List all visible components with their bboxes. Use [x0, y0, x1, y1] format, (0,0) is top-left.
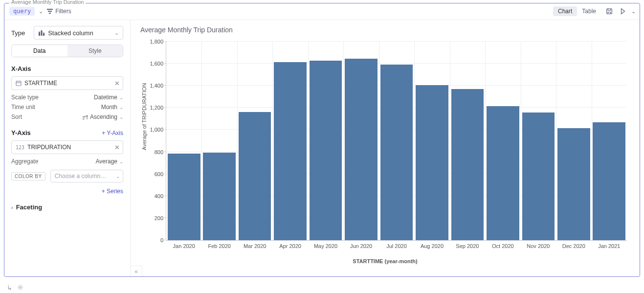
x-tick-label: Jun 2020	[350, 243, 372, 249]
filters-button[interactable]: Filters	[47, 8, 71, 15]
tab-style[interactable]: Style	[67, 45, 123, 57]
y-tick-label: 1,800	[150, 39, 163, 45]
query-source-dropdown-icon[interactable]: ⌄	[39, 8, 43, 15]
add-cell-below-icon[interactable]: ↳	[7, 284, 12, 292]
bar[interactable]	[203, 153, 236, 240]
query-source-chip[interactable]: query	[9, 7, 35, 16]
chevron-down-icon: ⌄	[119, 114, 123, 120]
bar[interactable]	[345, 59, 378, 240]
faceting-label: Faceting	[16, 203, 42, 211]
chevron-down-icon: ⌄	[116, 174, 120, 179]
x-tick-label: Dec 2020	[562, 243, 585, 249]
bar[interactable]	[416, 85, 448, 240]
run-menu-chevron-icon[interactable]: ⌄	[631, 8, 636, 15]
type-label: Type	[11, 29, 25, 37]
y-tick-label: 800	[155, 149, 163, 155]
x-tick-label: Feb 2020	[208, 243, 230, 249]
chevron-down-icon: ⌄	[119, 105, 123, 110]
x-tick-label: Jan 2020	[173, 243, 195, 249]
svg-rect-7	[16, 81, 21, 86]
chart-type-value: Stacked column	[48, 29, 93, 37]
scale-type-select[interactable]: Datetime ⌄	[94, 94, 123, 101]
yaxis-field-value: TRIPDURATION	[27, 144, 71, 151]
cell-footer: ↳	[7, 284, 23, 292]
bar[interactable]	[274, 62, 307, 240]
sort-select[interactable]: Ascending ⌄	[82, 113, 123, 120]
chevron-right-icon: ›	[11, 204, 13, 210]
filter-icon	[47, 9, 53, 14]
tab-data[interactable]: Data	[12, 45, 67, 57]
y-axis-label: Average of TRIPDURATION	[141, 83, 147, 150]
svg-rect-3	[43, 33, 44, 36]
view-chart-button[interactable]: Chart	[553, 6, 577, 16]
y-tick-label: 400	[155, 193, 163, 199]
x-tick-label: Mar 2020	[244, 243, 266, 249]
yaxis-field-pill[interactable]: 123 TRIPDURATION ✕	[11, 140, 123, 154]
bar[interactable]	[451, 89, 484, 240]
svg-point-8	[20, 287, 22, 289]
xaxis-field-value: STARTTIME	[24, 80, 57, 87]
bar[interactable]	[239, 112, 271, 240]
chart-plot: 02004006008001,0001,2001,4001,6001,800Ja…	[166, 42, 627, 241]
bar[interactable]	[380, 65, 413, 240]
run-button[interactable]	[618, 6, 628, 17]
chart-area: Average Monthly Trip Duration Average of…	[131, 20, 640, 276]
stacked-column-icon	[38, 30, 45, 36]
aggregate-label: Aggregate	[11, 158, 38, 165]
remove-xaxis-field-icon[interactable]: ✕	[114, 80, 120, 87]
faceting-section-toggle[interactable]: › Faceting	[11, 203, 123, 211]
chevron-down-icon: ⌄	[119, 159, 123, 164]
add-series-button[interactable]: + Series	[102, 188, 123, 195]
remove-yaxis-field-icon[interactable]: ✕	[114, 144, 120, 151]
x-tick-label: Sep 2020	[456, 243, 479, 249]
config-panel: Type Stacked column ⌄	[4, 20, 131, 276]
calendar-icon	[16, 80, 22, 86]
sort-label: Sort	[11, 113, 22, 120]
yaxis-section-title: Y-Axis + Y-Axis	[11, 129, 123, 136]
scale-type-label: Scale type	[11, 94, 39, 101]
x-tick-label: Apr 2020	[279, 243, 301, 249]
chevron-down-icon: ⌄	[114, 30, 119, 36]
color-by-select[interactable]: Choose a column… ⌄	[50, 170, 123, 182]
x-tick-label: Nov 2020	[527, 243, 550, 249]
svg-rect-5	[41, 30, 43, 31]
view-table-button[interactable]: Table	[577, 6, 601, 16]
bar[interactable]	[557, 128, 590, 240]
cell-settings-icon[interactable]	[17, 284, 23, 292]
save-icon[interactable]	[604, 6, 615, 17]
chevron-down-icon: ⌄	[119, 95, 123, 100]
xaxis-field-pill[interactable]: STARTTIME ✕	[11, 76, 123, 90]
sort-ascending-icon	[82, 114, 88, 119]
time-unit-label: Time unit	[11, 104, 35, 111]
bar[interactable]	[522, 113, 555, 240]
x-tick-label: Jul 2020	[386, 243, 407, 249]
bar[interactable]	[593, 122, 625, 240]
bar[interactable]	[168, 154, 200, 240]
color-by-placeholder: Choose a column…	[55, 173, 106, 180]
y-tick-label: 200	[155, 215, 163, 221]
svg-rect-2	[41, 31, 43, 36]
chart-title: Average Monthly Trip Duration	[140, 26, 632, 34]
svg-rect-0	[607, 9, 612, 14]
y-tick-label: 1,400	[150, 83, 163, 89]
chart-type-select[interactable]: Stacked column ⌄	[34, 26, 123, 40]
chart-cell: Average Monthly Trip Duration query ⌄ Fi…	[4, 3, 640, 277]
bar[interactable]	[310, 61, 342, 240]
x-tick-label: Oct 2020	[492, 243, 514, 249]
y-tick-label: 600	[155, 171, 163, 177]
svg-rect-4	[39, 31, 40, 32]
y-tick-label: 1,600	[150, 61, 163, 67]
config-tabs: Data Style	[11, 45, 123, 57]
x-tick-label: Jan 2021	[598, 243, 620, 249]
view-toggle: Chart Table	[553, 6, 601, 16]
aggregate-select[interactable]: Average ⌄	[96, 158, 123, 165]
x-tick-label: May 2020	[314, 243, 337, 249]
collapse-panel-button[interactable]: «	[131, 266, 142, 276]
bar[interactable]	[487, 106, 519, 240]
time-unit-select[interactable]: Month ⌄	[101, 104, 123, 111]
x-axis-label: STARTTIME (year-month)	[353, 258, 417, 264]
add-yaxis-button[interactable]: + Y-Axis	[102, 130, 123, 136]
numeric-icon: 123	[16, 145, 24, 150]
cell-toolbar: query ⌄ Filters Chart Table ⌄	[4, 3, 640, 20]
xaxis-section-title: X-Axis	[11, 65, 123, 72]
